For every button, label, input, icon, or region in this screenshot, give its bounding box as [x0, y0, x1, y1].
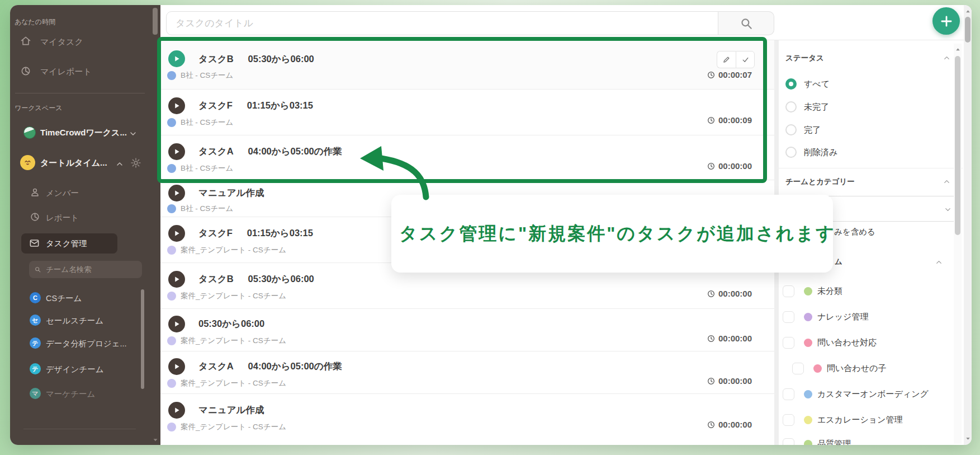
chevron-up-icon[interactable] — [115, 160, 124, 168]
task-project: 案件_テンプレート - CSチーム — [181, 422, 286, 432]
team-search[interactable] — [29, 261, 142, 278]
radio-all-label[interactable]: すべて — [804, 79, 830, 90]
play-button[interactable] — [168, 402, 185, 419]
task-row[interactable]: マニュアル作成 案件_テンプレート - CSチーム 00:00:00 — [160, 394, 774, 440]
sidebar-team-item[interactable]: マーケチーム — [46, 389, 95, 400]
play-button[interactable] — [168, 50, 185, 67]
sidebar-item-label: タスク管理 — [46, 238, 87, 249]
scroll-down-arrow[interactable] — [964, 435, 972, 442]
category-label[interactable]: 品質管理 — [817, 439, 851, 445]
chevron-down-icon[interactable] — [129, 129, 138, 138]
team-badge: テ — [30, 363, 41, 374]
play-button[interactable] — [168, 316, 185, 332]
play-button[interactable] — [168, 225, 185, 242]
workspace-selector[interactable]: TimeCrowdワークス... — [40, 128, 127, 138]
category-dot — [813, 364, 822, 373]
project-dot — [167, 246, 176, 255]
category-checkbox[interactable] — [783, 388, 794, 400]
task-project: 案件_テンプレート - CSチーム — [181, 336, 286, 346]
sidebar-team-item[interactable]: データ分析プロジェ... — [46, 339, 127, 349]
category-label[interactable]: 問い合わせの子 — [827, 363, 886, 374]
team-selector[interactable]: タートルタイム... — [40, 158, 107, 168]
gear-icon[interactable] — [130, 157, 141, 168]
task-row[interactable]: 05:30から06:00 案件_テンプレート - CSチーム 00:00:00 — [160, 309, 774, 351]
search-button[interactable] — [718, 11, 774, 35]
radio-all[interactable] — [785, 78, 797, 90]
project-dot — [167, 423, 176, 431]
task-time: 05:30から06:00 — [248, 274, 314, 284]
category-dot — [804, 313, 812, 321]
task-row[interactable]: タスクA04:00から05:00の作業 B社 - CSチーム 00:00:00 — [160, 135, 774, 180]
task-title-input[interactable] — [166, 11, 718, 35]
play-button[interactable] — [168, 185, 185, 201]
include-completed-label[interactable]: みを含める — [834, 227, 875, 237]
task-name: マニュアル作成 — [198, 405, 264, 415]
task-name: タスクB — [198, 274, 234, 284]
category-checkbox[interactable] — [792, 363, 804, 374]
play-button[interactable] — [168, 358, 185, 375]
caret-down-icon[interactable] — [152, 436, 159, 444]
add-task-button[interactable] — [932, 7, 960, 35]
category-checkbox[interactable] — [783, 337, 794, 349]
radio-incomplete-label[interactable]: 未完了 — [804, 102, 829, 112]
sidebar-item-task-management[interactable]: タスク管理 — [21, 233, 117, 254]
complete-task-button[interactable] — [736, 51, 755, 68]
sidebar-item-my-report[interactable]: マイレポート — [40, 67, 92, 77]
category-label[interactable]: 問い合わせ対応 — [817, 337, 877, 348]
task-row[interactable]: タスクA04:00から05:00の作業 案件_テンプレート - CSチーム 00… — [160, 351, 774, 394]
category-checkbox[interactable] — [783, 438, 794, 445]
sidebar-team-item[interactable]: セールスチーム — [46, 316, 103, 326]
task-row[interactable]: タスクB05:30から06:00 B社 - CSチーム 00:00:07 — [160, 41, 774, 90]
task-time: 01:15から03:15 — [247, 100, 313, 110]
category-checkbox[interactable] — [783, 414, 794, 426]
radio-incomplete[interactable] — [785, 101, 797, 112]
team-initial: マ — [32, 390, 38, 398]
chevron-up-icon[interactable] — [943, 54, 951, 62]
radio-deleted[interactable] — [785, 147, 797, 158]
page-scrollbar-track[interactable] — [964, 5, 972, 445]
clock-icon — [707, 289, 716, 298]
page-scrollbar-thumb[interactable] — [965, 17, 970, 43]
sidebar-team-item[interactable]: デザインチーム — [46, 364, 104, 375]
task-project: 案件_テンプレート - CSチーム — [181, 378, 286, 388]
task-row[interactable]: タスクF01:15から03:15 B社 - CSチーム 00:00:09 — [160, 90, 774, 135]
chevron-up-icon[interactable] — [935, 258, 943, 266]
sidebar-item-members[interactable]: メンバー — [46, 188, 79, 199]
category-label[interactable]: エスカレーション管理 — [817, 415, 902, 425]
sidebar-team-item[interactable]: CSチーム — [46, 293, 82, 304]
task-name: タスクB — [198, 54, 234, 64]
check-icon — [741, 55, 750, 64]
sidebar-item-my-tasks[interactable]: マイタスク — [40, 37, 83, 48]
panel-scrollbar-thumb[interactable] — [955, 56, 960, 235]
play-button[interactable] — [168, 143, 185, 160]
scroll-up-arrow[interactable] — [964, 8, 972, 15]
category-label[interactable]: ナレッジ管理 — [817, 312, 868, 322]
play-button[interactable] — [168, 271, 185, 288]
clock-icon — [707, 116, 716, 125]
category-checkbox[interactable] — [783, 285, 794, 297]
category-dot — [804, 390, 812, 398]
edit-task-button[interactable] — [717, 51, 736, 68]
sidebar-item-report[interactable]: レポート — [46, 213, 79, 223]
project-dot — [167, 379, 176, 388]
team-search-input[interactable] — [29, 261, 142, 278]
search-icon — [34, 266, 41, 273]
sidebar-divider — [15, 93, 145, 93]
task-project: 案件_テンプレート - CSチーム — [181, 245, 286, 255]
radio-complete[interactable] — [785, 124, 797, 135]
category-label[interactable]: 未分類 — [817, 286, 842, 297]
chevron-up-icon[interactable] — [943, 177, 951, 186]
category-label[interactable]: カスタマーオンボーディング — [817, 389, 929, 400]
team-badge: C — [30, 292, 41, 303]
sidebar-scrollbar[interactable] — [153, 8, 158, 35]
radio-deleted-label[interactable]: 削除済み — [804, 147, 837, 158]
home-icon — [20, 35, 31, 46]
scroll-up-arrow[interactable] — [954, 46, 962, 53]
category-checkbox[interactable] — [783, 311, 794, 323]
radio-complete-label[interactable]: 完了 — [804, 125, 821, 135]
team-section-header-partial: ム — [835, 257, 842, 267]
team-list-scrollbar[interactable] — [141, 289, 144, 389]
task-timer: 00:00:00 — [707, 376, 752, 386]
play-button[interactable] — [168, 97, 185, 114]
clock-icon — [707, 162, 716, 171]
